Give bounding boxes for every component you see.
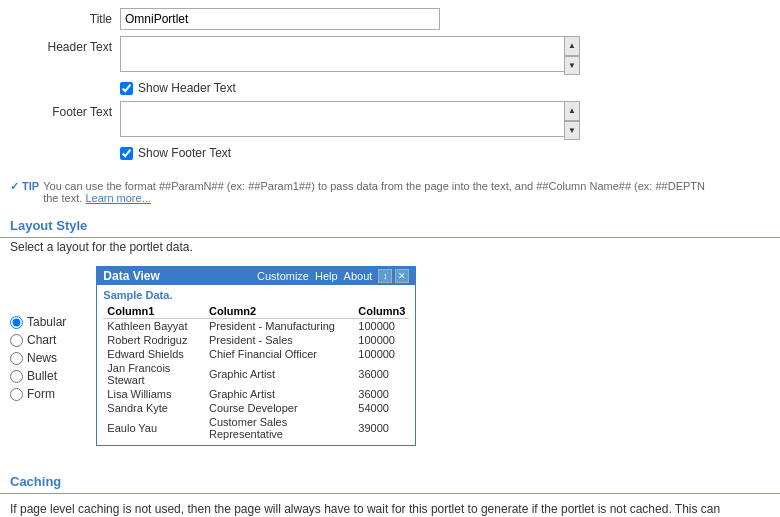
layout-section-desc: Select a layout for the portlet data. — [0, 238, 780, 262]
table-cell: 100000 — [354, 347, 409, 361]
footer-scroll-up[interactable]: ▲ — [564, 101, 580, 121]
radio-tabular[interactable] — [10, 316, 23, 329]
show-footer-label: Show Footer Text — [138, 146, 231, 160]
header-scroll-up[interactable]: ▲ — [564, 36, 580, 56]
col1-header: Column1 — [103, 304, 205, 319]
table-cell: 100000 — [354, 319, 409, 334]
table-cell: Kathleen Bayyat — [103, 319, 205, 334]
radio-form[interactable] — [10, 388, 23, 401]
show-header-checkbox[interactable] — [120, 82, 133, 95]
table-cell: Graphic Artist — [205, 361, 354, 387]
layout-option-bullet[interactable]: Bullet — [10, 369, 66, 383]
radio-news[interactable] — [10, 352, 23, 365]
table-row: Lisa WilliamsGraphic Artist36000 — [103, 387, 409, 401]
show-header-label: Show Header Text — [138, 81, 236, 95]
table-cell: Robert Rodriguz — [103, 333, 205, 347]
table-row: Edward ShieldsChief Financial Officer100… — [103, 347, 409, 361]
layout-option-tabular[interactable]: Tabular — [10, 315, 66, 329]
table-cell: Graphic Artist — [205, 387, 354, 401]
about-link[interactable]: About — [344, 270, 373, 282]
table-row: Eaulo YauCustomer Sales Representative39… — [103, 415, 409, 441]
layout-section-header: Layout Style — [0, 214, 780, 238]
radio-bullet-label: Bullet — [27, 369, 57, 383]
table-cell: Chief Financial Officer — [205, 347, 354, 361]
table-cell: President - Sales — [205, 333, 354, 347]
table-row: Sandra KyteCourse Developer54000 — [103, 401, 409, 415]
data-view-move-icon[interactable]: ↕ — [378, 269, 392, 283]
footer-scroll-down[interactable]: ▼ — [564, 121, 580, 141]
layout-option-form[interactable]: Form — [10, 387, 66, 401]
table-cell: 100000 — [354, 333, 409, 347]
layout-option-news[interactable]: News — [10, 351, 66, 365]
table-cell: Course Developer — [205, 401, 354, 415]
table-cell: President - Manufacturing — [205, 319, 354, 334]
header-scroll-down[interactable]: ▼ — [564, 56, 580, 76]
footer-text-input[interactable] — [120, 101, 580, 137]
table-cell: Sandra Kyte — [103, 401, 205, 415]
header-text-label: Header Text — [10, 36, 120, 54]
help-link[interactable]: Help — [315, 270, 338, 282]
col2-header: Column2 — [205, 304, 354, 319]
footer-text-label: Footer Text — [10, 101, 120, 119]
table-cell: Customer Sales Representative — [205, 415, 354, 441]
tip-text: You can use the format ##ParamN## (ex: #… — [43, 180, 705, 204]
radio-chart-label: Chart — [27, 333, 56, 347]
radio-form-label: Form — [27, 387, 55, 401]
caching-section-header: Caching — [0, 470, 780, 494]
layout-option-chart[interactable]: Chart — [10, 333, 66, 347]
sample-data-label: Sample Data. — [103, 289, 409, 301]
table-cell: 36000 — [354, 361, 409, 387]
radio-bullet[interactable] — [10, 370, 23, 383]
data-view-close-icon[interactable]: ✕ — [395, 269, 409, 283]
data-view-box: Data View Customize Help About ↕ ✕ Sampl… — [96, 266, 416, 446]
table-cell: Lisa Williams — [103, 387, 205, 401]
col3-header: Column3 — [354, 304, 409, 319]
show-footer-checkbox[interactable] — [120, 147, 133, 160]
learn-more-link[interactable]: Learn more... — [85, 192, 150, 204]
customize-link[interactable]: Customize — [257, 270, 309, 282]
radio-chart[interactable] — [10, 334, 23, 347]
caching-desc: If page level caching is not used, then … — [10, 502, 770, 517]
table-cell: Edward Shields — [103, 347, 205, 361]
header-text-input[interactable] — [120, 36, 580, 72]
title-label: Title — [10, 8, 120, 26]
table-cell: 36000 — [354, 387, 409, 401]
table-cell: 39000 — [354, 415, 409, 441]
data-view-table: Column1 Column2 Column3 Kathleen BayyatP… — [103, 304, 409, 441]
title-input[interactable] — [120, 8, 440, 30]
table-cell: Jan Francois Stewart — [103, 361, 205, 387]
radio-news-label: News — [27, 351, 57, 365]
table-cell: 54000 — [354, 401, 409, 415]
data-view-title: Data View — [103, 269, 159, 283]
table-row: Jan Francois StewartGraphic Artist36000 — [103, 361, 409, 387]
table-row: Robert RodriguzPresident - Sales100000 — [103, 333, 409, 347]
radio-tabular-label: Tabular — [27, 315, 66, 329]
tip-icon: ✓ TIP — [10, 180, 39, 193]
table-row: Kathleen BayyatPresident - Manufacturing… — [103, 319, 409, 334]
table-cell: Eaulo Yau — [103, 415, 205, 441]
